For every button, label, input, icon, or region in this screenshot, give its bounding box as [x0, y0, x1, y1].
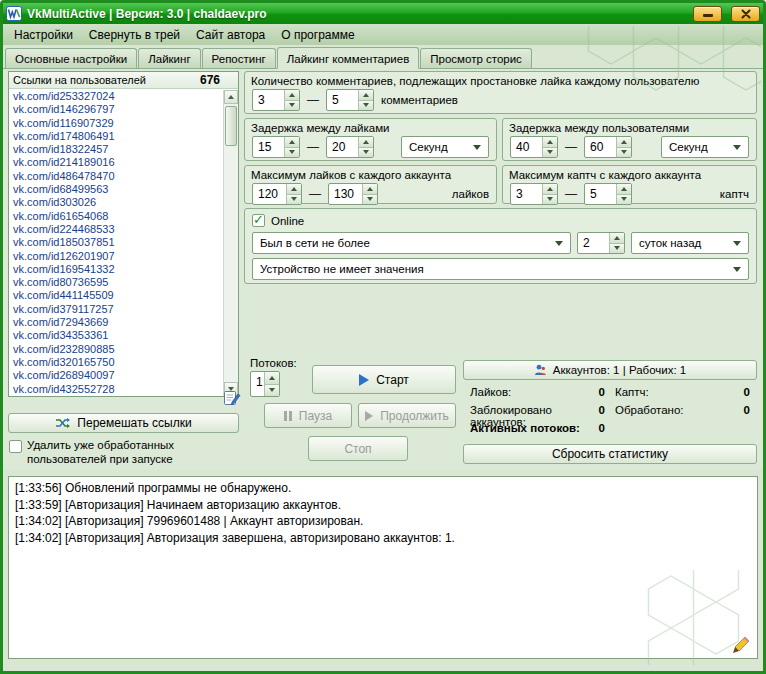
resume-button[interactable]: Продолжить	[358, 403, 456, 428]
menu-author-site[interactable]: Сайт автора	[188, 25, 273, 45]
spin-up-icon[interactable]	[359, 90, 373, 101]
spin-down-icon[interactable]	[265, 385, 279, 397]
spin-up-icon[interactable]	[543, 137, 557, 148]
minimize-icon	[703, 14, 713, 17]
spin-down-icon[interactable]	[287, 195, 301, 205]
spin-up-icon[interactable]	[285, 137, 299, 148]
spin-down-icon[interactable]	[359, 148, 373, 158]
last-seen-unit-select[interactable]: суток назад	[631, 232, 749, 254]
like-delay-min-spinner[interactable]: 15	[252, 136, 300, 158]
spin-down-icon[interactable]	[359, 101, 373, 111]
spin-down-icon[interactable]	[285, 101, 299, 111]
max-likes-min-spinner[interactable]: 120	[252, 183, 302, 205]
tab-stories-view[interactable]: Просмотр сторис	[420, 48, 532, 68]
max-captcha-group: Максимум каптч с каждого аккаунта 3 — 5 …	[502, 165, 757, 204]
spin-down-icon[interactable]	[617, 148, 631, 158]
log-area[interactable]: [1:33:56] Обновлений программы не обнару…	[8, 476, 758, 659]
user-link-item[interactable]: vk.com/id68499563	[9, 183, 222, 196]
close-button[interactable]	[731, 6, 760, 22]
user-delay-unit-select[interactable]: Секунд	[661, 136, 749, 158]
user-link-item[interactable]: vk.com/id185037851	[9, 236, 222, 249]
device-select[interactable]: Устройство не имеет значения	[252, 258, 749, 280]
tab-comment-liking[interactable]: Лайкинг комментариев	[277, 47, 420, 69]
user-link-item[interactable]: vk.com/id174806491	[9, 130, 222, 143]
minimize-button[interactable]	[693, 6, 722, 22]
max-captcha-label: Максимум каптч с каждого аккаунта	[503, 166, 756, 182]
spin-up-icon[interactable]	[617, 184, 631, 195]
user-delay-min-spinner[interactable]: 40	[510, 136, 558, 158]
user-link-item[interactable]: vk.com/id126201907	[9, 250, 222, 263]
spin-down-icon[interactable]	[610, 244, 624, 254]
user-link-item[interactable]: vk.com/id253327024	[9, 90, 222, 103]
max-captcha-min-spinner[interactable]: 3	[510, 183, 558, 205]
scrollbar-thumb[interactable]	[225, 106, 237, 146]
spin-down-icon[interactable]	[285, 148, 299, 158]
last-seen-value-spinner[interactable]: 2	[577, 232, 625, 254]
like-delay-label: Задержка между лайками	[245, 119, 496, 135]
spin-down-icon[interactable]	[363, 195, 377, 205]
tab-reposting[interactable]: Репостинг	[202, 48, 276, 68]
log-line: [1:33:59] [Авторизация] Начинаем авториз…	[15, 497, 751, 514]
max-captcha-max-spinner[interactable]: 5	[584, 183, 632, 205]
spin-up-icon[interactable]	[363, 184, 377, 195]
last-seen-select[interactable]: Был в сети не более	[252, 232, 571, 254]
user-link-item[interactable]: vk.com/id18322457	[9, 143, 222, 156]
comment-liking-page: Ссылки на пользователей 676 vk.com/id253…	[3, 69, 763, 470]
play-icon	[359, 374, 369, 386]
scroll-up-icon[interactable]	[224, 90, 238, 104]
user-link-item[interactable]: vk.com/id214189016	[9, 156, 222, 169]
user-link-item[interactable]: vk.com/id146296797	[9, 103, 222, 116]
reset-stats-button[interactable]: Сбросить статистику	[463, 444, 757, 464]
spin-down-icon[interactable]	[617, 195, 631, 205]
resume-play-icon	[365, 411, 373, 421]
online-checkbox[interactable]	[252, 214, 265, 227]
start-button[interactable]: Старт	[312, 365, 456, 394]
user-delay-max-spinner[interactable]: 60	[584, 136, 632, 158]
tab-strip: Основные настройки Лайкинг Репостинг Лай…	[3, 45, 763, 69]
tab-liking[interactable]: Лайкинг	[138, 48, 200, 68]
spin-up-icon[interactable]	[265, 372, 279, 385]
like-delay-unit-select[interactable]: Секунд	[401, 136, 489, 158]
spin-up-icon[interactable]	[543, 184, 557, 195]
stop-button[interactable]: Стоп	[308, 436, 408, 461]
pause-button[interactable]: Пауза	[264, 403, 352, 428]
spin-up-icon[interactable]	[617, 137, 631, 148]
user-link-item[interactable]: vk.com/id303026	[9, 196, 222, 209]
menu-minimize-to-tray[interactable]: Свернуть в трей	[81, 25, 188, 45]
user-link-item[interactable]: vk.com/id116907329	[9, 117, 222, 130]
comments-min-spinner[interactable]: 3	[252, 89, 300, 111]
user-link-item[interactable]: vk.com/id61654068	[9, 210, 222, 223]
user-links-list[interactable]: vk.com/id253327024 vk.com/id146296797 vk…	[9, 90, 222, 396]
user-delay-group: Задержка между пользователями 40 — 60 Се…	[502, 118, 757, 161]
user-link-item[interactable]: vk.com/id379117257	[9, 303, 222, 316]
user-link-item[interactable]: vk.com/id224468533	[9, 223, 222, 236]
menu-settings[interactable]: Настройки	[6, 25, 81, 45]
accounts-info-button[interactable]: Аккаунтов: 1 | Рабочих: 1	[463, 360, 757, 380]
user-link-item[interactable]: vk.com/id232890885	[9, 343, 222, 356]
online-filter-group: Online Был в сети не более 2 суток назад	[244, 208, 757, 284]
user-link-item[interactable]: vk.com/id169541332	[9, 263, 222, 276]
edit-links-icon[interactable]	[223, 389, 241, 407]
spin-up-icon[interactable]	[359, 137, 373, 148]
user-link-item[interactable]: vk.com/id72943669	[9, 316, 222, 329]
user-link-item[interactable]: vk.com/id80736595	[9, 276, 222, 289]
comments-max-spinner[interactable]: 5	[326, 89, 374, 111]
user-link-item[interactable]: vk.com/id486478470	[9, 170, 222, 183]
links-scrollbar[interactable]	[223, 90, 238, 396]
spin-down-icon[interactable]	[543, 195, 557, 205]
run-controls-row: Потоков: 1 Старт Пауза Продолжить Стоп	[3, 357, 757, 467]
like-delay-max-spinner[interactable]: 20	[326, 136, 374, 158]
user-link-item[interactable]: vk.com/id34353361	[9, 329, 222, 342]
threads-spinner[interactable]: 1	[250, 371, 280, 397]
menu-about[interactable]: О программе	[273, 25, 362, 45]
spin-up-icon[interactable]	[610, 233, 624, 244]
tab-main-settings[interactable]: Основные настройки	[5, 48, 137, 68]
links-count: 676	[200, 73, 234, 87]
max-likes-max-spinner[interactable]: 130	[328, 183, 378, 205]
active-threads-label: Активных потоков:	[470, 422, 580, 434]
spin-up-icon[interactable]	[287, 184, 301, 195]
log-line: [1:34:02] [Авторизация] 79969601488 | Ак…	[15, 513, 751, 530]
spin-down-icon[interactable]	[543, 148, 557, 158]
spin-up-icon[interactable]	[285, 90, 299, 101]
user-link-item[interactable]: vk.com/id441145509	[9, 289, 222, 302]
